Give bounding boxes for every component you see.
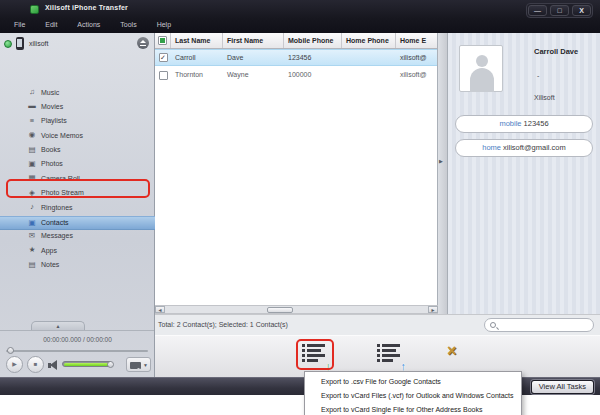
scroll-right-icon[interactable]: ► <box>428 306 438 313</box>
menu-item-export-csv[interactable]: Export to .csv File for Google Contacts <box>305 375 521 389</box>
splitter-arrow-icon: ▶ <box>439 158 443 164</box>
sidebar-item-label: Photos <box>41 160 63 167</box>
menu-tools[interactable]: Tools <box>110 18 146 31</box>
column-header-first-name[interactable]: First Name <box>223 33 284 48</box>
snapshot-button[interactable]: ▼ <box>126 357 151 372</box>
column-header-home-email[interactable]: Home E <box>396 33 437 48</box>
minimize-button[interactable]: — <box>528 5 547 16</box>
app-logo-icon <box>30 5 39 14</box>
field-label: mobile <box>499 119 521 128</box>
delete-contact-icon[interactable]: × <box>447 342 456 360</box>
sidebar-item-movies[interactable]: ▬ Movies <box>0 100 155 114</box>
import-contacts-icon[interactable]: ↑ <box>377 344 403 368</box>
sidebar-item-books[interactable]: ▤ Books <box>0 144 155 158</box>
person-silhouette-icon <box>476 55 488 67</box>
sidebar-item-playlists[interactable]: ≡ Playlists <box>0 115 155 129</box>
device-row[interactable]: xilisoft <box>0 36 155 51</box>
cell-mobile-phone: 100000 <box>284 67 342 84</box>
contact-row[interactable]: Thornton Wayne 100000 xilisoft@ <box>155 67 437 84</box>
sidebar-item-contacts[interactable]: ▣ Contacts <box>0 216 155 230</box>
cell-home-phone <box>342 67 396 84</box>
status-bar: Total: 2 Contact(s); Selected: 1 Contact… <box>155 314 600 335</box>
select-all-checkbox[interactable] <box>155 33 171 48</box>
contact-separator: - <box>537 72 539 79</box>
sidebar-item-label: Camera Roll <box>41 175 80 182</box>
menu-edit[interactable]: Edit <box>35 18 67 31</box>
search-box[interactable] <box>484 318 594 332</box>
column-header-home-phone[interactable]: Home Phone <box>342 33 396 48</box>
play-button[interactable]: ▶ <box>6 356 23 373</box>
cell-last-name: Thornton <box>171 67 223 84</box>
camera-menu-arrow-icon[interactable]: ▼ <box>143 362 148 368</box>
view-all-tasks-button[interactable]: View All Tasks <box>531 380 594 394</box>
cell-home-phone <box>342 50 396 65</box>
sidebar-item-ringtones[interactable]: ♪ Ringtones <box>0 201 155 215</box>
cell-mobile-phone: 123456 <box>284 50 342 65</box>
player-collapse-tab[interactable]: ▲ <box>31 321 85 330</box>
sidebar-item-camera-roll[interactable]: ▦ Camera Roll <box>0 172 155 186</box>
window-title: Xilisoft iPhone Transfer <box>45 4 128 11</box>
sidebar-item-photo-stream[interactable]: ◈ Photo Stream <box>0 187 155 201</box>
volume-slider-knob[interactable] <box>107 361 114 368</box>
field-value: xilisoft@gmail.com <box>503 143 566 152</box>
photo-stream-icon: ◈ <box>26 188 38 197</box>
voice-memos-icon: ◉ <box>26 130 38 139</box>
camera-roll-icon: ▦ <box>26 173 38 182</box>
row-checkbox[interactable] <box>155 67 171 84</box>
menu-item-export-vcard-files[interactable]: Export to vCard Files (.vcf) for Outlook… <box>305 389 521 403</box>
cell-first-name: Dave <box>223 50 284 65</box>
maximize-button[interactable]: □ <box>550 5 569 16</box>
messages-icon: ✉ <box>26 231 38 240</box>
contact-name: Carroll Dave <box>534 47 578 56</box>
cell-first-name: Wayne <box>223 67 284 84</box>
close-button[interactable]: X <box>572 5 591 16</box>
contact-row[interactable]: ✓ Carroll Dave 123456 xilisoft@ <box>155 49 437 66</box>
ringtones-icon: ♪ <box>26 202 38 211</box>
export-contacts-icon[interactable]: ↓ <box>302 344 328 368</box>
menu-actions[interactable]: Actions <box>67 18 110 31</box>
sidebar-item-photos[interactable]: ▣ Photos <box>0 158 155 172</box>
sidebar-item-label: Apps <box>41 247 57 254</box>
photos-icon: ▣ <box>26 159 38 168</box>
menu-help[interactable]: Help <box>147 18 181 31</box>
seek-slider-knob[interactable] <box>7 347 14 354</box>
sidebar-item-music[interactable]: ♫ Music <box>0 86 155 100</box>
horizontal-scrollbar[interactable]: ◄ ► <box>155 305 438 314</box>
contact-company: Xilisoft <box>534 94 555 101</box>
sidebar-item-label: Messages <box>41 232 73 239</box>
menu-item-export-vcard-single[interactable]: Export to vCard Single File for Other Ad… <box>305 403 521 415</box>
books-icon: ▤ <box>26 145 38 154</box>
scrollbar-thumb[interactable] <box>267 307 293 314</box>
panel-splitter[interactable]: ▶ <box>438 33 447 314</box>
camera-icon <box>130 362 141 369</box>
scroll-left-icon[interactable]: ◄ <box>155 306 165 313</box>
music-icon: ♫ <box>26 87 38 96</box>
movies-icon: ▬ <box>26 101 38 110</box>
field-label: home <box>482 143 501 152</box>
sidebar-item-label: Notes <box>41 261 59 268</box>
apps-icon: ★ <box>26 245 38 254</box>
sidebar-item-label: Books <box>41 146 60 153</box>
sidebar-item-messages[interactable]: ✉ Messages <box>0 230 155 244</box>
seek-slider[interactable] <box>6 350 148 352</box>
sidebar-item-voice-memos[interactable]: ◉ Voice Memos <box>0 129 155 143</box>
column-header-last-name[interactable]: Last Name <box>171 33 223 48</box>
field-mobile[interactable]: mobile 123456 <box>455 115 593 133</box>
sidebar-item-notes[interactable]: ▤ Notes <box>0 259 155 273</box>
sidebar-item-label: Movies <box>41 103 63 110</box>
eject-icon[interactable] <box>137 37 149 49</box>
sidebar-item-label: Contacts <box>41 219 69 226</box>
menu-file[interactable]: File <box>4 18 35 31</box>
player-time: 00:00:00.000 / 00:00:00 <box>0 336 155 343</box>
titlebar: Xilisoft iPhone Transfer — □ X File Edit… <box>0 0 600 33</box>
volume-slider[interactable] <box>62 361 112 367</box>
device-name: xilisoft <box>29 40 48 47</box>
search-input[interactable] <box>501 320 589 331</box>
contacts-icon: ▣ <box>26 218 38 227</box>
column-header-mobile-phone[interactable]: Mobile Phone <box>284 33 342 48</box>
table-header: Last Name First Name Mobile Phone Home P… <box>155 33 437 49</box>
row-checkbox[interactable]: ✓ <box>155 50 171 65</box>
sidebar-item-apps[interactable]: ★ Apps <box>0 244 155 258</box>
stop-button[interactable]: ■ <box>27 356 44 373</box>
field-home-email[interactable]: home xilisoft@gmail.com <box>455 139 593 157</box>
